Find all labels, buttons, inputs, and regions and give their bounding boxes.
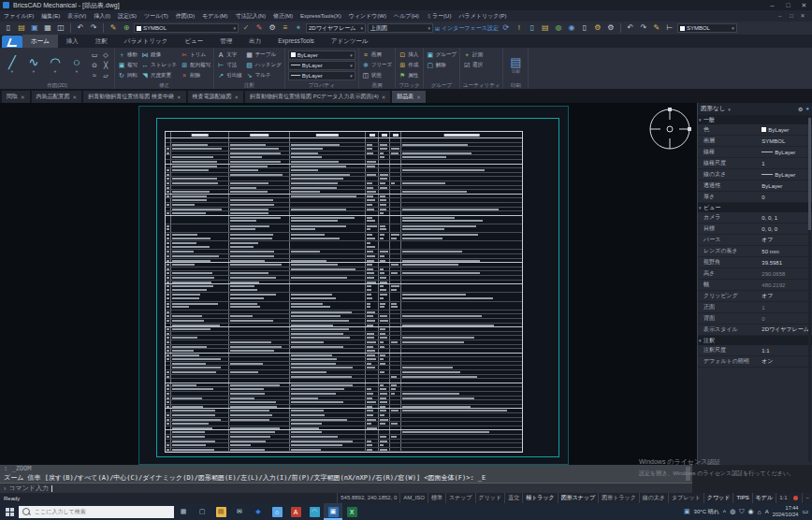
rectangle-tool[interactable]: ▭ (89, 50, 100, 60)
ribbon-tab-挿入[interactable]: 挿入 (58, 35, 87, 48)
group-create[interactable]: ▣グループ (427, 50, 457, 60)
status-toggle-直交[interactable]: 直交 (504, 493, 522, 503)
document-tab-飼育動物飼育位置情報図 PCデータ入力表示図面(4)[interactable]: 飼育動物飼育位置情報図 PCデータ入力表示図面(4)✕ (245, 91, 390, 103)
block-insert[interactable]: ⊡挿入 (399, 50, 418, 60)
match-properties-icon[interactable]: ⊕ (121, 22, 132, 34)
tray-expand-icon[interactable]: ^ (723, 509, 726, 515)
gear2-icon[interactable]: ⚙ (592, 22, 603, 34)
layer-state[interactable]: ◫状態 (362, 70, 392, 80)
status-toggle-クワッド[interactable]: クワッド (703, 493, 733, 503)
clock-widget[interactable]: 17:442024/10/24 (773, 505, 799, 518)
minimize-button[interactable]: – (764, 0, 780, 10)
menu-item-寸法記入(N)[interactable]: 寸法記入(N) (232, 10, 269, 22)
ellipse-tool[interactable]: ▱ (100, 70, 111, 80)
close-icon[interactable]: ✕ (382, 94, 386, 100)
properties-scrollbar[interactable] (808, 116, 811, 462)
property-value[interactable]: 0, 0, 1 (761, 215, 812, 221)
status-toggle-グリッド[interactable]: グリッド (475, 493, 505, 503)
property-value[interactable]: 1 (761, 161, 812, 166)
dim-icon[interactable]: ⊢ (664, 22, 675, 34)
search-input[interactable] (33, 508, 158, 515)
property-value[interactable]: 0 (761, 316, 812, 322)
props-info-icon[interactable]: ● (805, 106, 809, 112)
mirror-tool[interactable]: ⋈鏡像 (141, 50, 177, 60)
polygon-tool[interactable]: ◇ (100, 50, 111, 60)
property-value[interactable]: オフ (761, 292, 812, 300)
status-toggle-図形トラック[interactable]: 図形トラック (598, 493, 639, 503)
task-view-icon[interactable]: ▦ (174, 503, 193, 520)
hatch-tool[interactable]: ▨ハッチング (246, 60, 282, 70)
document-tab-飼育動物飼育位置情報図 検査中継[interactable]: 飼育動物飼育位置情報図 検査中継✕ (83, 91, 185, 103)
status-toggle-モデル[interactable]: モデル (752, 493, 776, 503)
menu-item-パラメトリック(P)[interactable]: パラメトリック(P) (455, 10, 510, 22)
menu-item-挿入(I)[interactable]: 挿入(I) (90, 10, 114, 22)
properties-section-ビュー[interactable]: ビュー (698, 203, 812, 212)
close-icon[interactable]: ✕ (21, 94, 25, 100)
ime-indicator[interactable]: A (765, 509, 769, 514)
lineweight-combo[interactable]: ByLayer▾ (288, 71, 355, 80)
layer-freeze[interactable]: ❄フリーズ (362, 60, 392, 70)
block-create[interactable]: ⊞作成 (399, 60, 418, 70)
measure-tool[interactable]: ⌖計測 (463, 50, 483, 60)
stamp-icon[interactable]: ◉ (566, 22, 577, 34)
circle-tool[interactable]: ○▾ (67, 51, 86, 80)
status-toggle-標準[interactable]: 標準 (428, 493, 445, 503)
settings-icon[interactable]: ⚙ (267, 22, 278, 34)
notification-center-icon[interactable]: ▭ (802, 508, 808, 515)
property-value[interactable]: オフ (761, 236, 812, 244)
arc-tool[interactable]: ◠▾ (46, 51, 65, 80)
ribbon-tab-注釈[interactable]: 注釈 (87, 35, 116, 48)
menu-item-設定(S)[interactable]: 設定(S) (114, 10, 140, 22)
close-button[interactable]: ✕ (796, 0, 812, 10)
property-value[interactable]: 1:1 (761, 348, 812, 354)
mail-icon[interactable]: ✉ (230, 503, 249, 520)
props-gear-icon[interactable]: ⚙ (798, 106, 803, 112)
file-explorer-icon[interactable]: ▤ (211, 503, 230, 520)
command-input[interactable]: › コマンド入力 (0, 483, 692, 493)
property-value[interactable]: ByLayer (761, 150, 812, 155)
menu-item-編集(E)[interactable]: 編集(E) (37, 10, 64, 22)
view-combo[interactable]: 上面図▾ (368, 23, 433, 33)
quick-select[interactable]: ☑選択 (463, 60, 483, 70)
properties-section-注釈[interactable]: 注釈 (698, 336, 812, 345)
application-button[interactable] (2, 36, 22, 48)
sheet-icon[interactable]: ▯ (579, 22, 590, 34)
mleader-tool[interactable]: ↘マルチ (246, 70, 282, 80)
property-value[interactable]: SYMBOL (761, 138, 812, 144)
block-attribute[interactable]: ⚑属性 (399, 70, 418, 80)
status-toggle-AM_ISO[interactable]: AM_ISO (399, 493, 428, 503)
group-explode[interactable]: ▢解除 (427, 60, 457, 70)
dimension-tool[interactable]: ⊢寸法 (217, 60, 242, 70)
target-icon[interactable]: ⌖ (293, 22, 304, 34)
property-value[interactable]: 39.5981 (761, 260, 812, 266)
property-value[interactable]: ByLayer (761, 127, 812, 133)
close-icon[interactable]: ✕ (235, 94, 239, 100)
ribbon-tab-出力[interactable]: 出力 (240, 35, 269, 48)
point-tool[interactable]: ⊙ (89, 60, 100, 70)
ribbon-tab-管理[interactable]: 管理 (211, 35, 240, 48)
gear3-icon[interactable]: ⚙ (605, 22, 616, 34)
plot-tool[interactable]: ▤印刷 (506, 51, 525, 80)
open-file-icon[interactable]: ▤ (16, 22, 27, 34)
rotate-tool[interactable]: ↻回転 (118, 70, 138, 80)
chevron-down-icon[interactable]: ▾ (728, 107, 731, 112)
property-value[interactable]: 0 (761, 195, 812, 200)
undo2-icon[interactable]: ↶ (625, 22, 636, 34)
ribbon-tab-パラメトリック[interactable]: パラメトリック (116, 35, 177, 48)
line-tool[interactable]: ╱▾ (3, 51, 22, 80)
linetype-combo[interactable]: ByLayer▾ (288, 61, 355, 70)
pen2-icon[interactable]: ✎ (651, 22, 662, 34)
spline-tool[interactable]: ≈ (89, 70, 100, 80)
print-icon[interactable]: ▦ (42, 22, 53, 34)
close-icon[interactable]: ✕ (177, 94, 181, 100)
excel-icon[interactable]: X (342, 503, 361, 520)
table-tool[interactable]: ▦テーブル (246, 50, 282, 60)
cloud-icon[interactable]: ◍ (553, 22, 564, 34)
layer-combo[interactable]: SYMBOL▾ (134, 23, 239, 33)
onedrive-icon[interactable]: ◍ (730, 508, 735, 515)
folder-icon[interactable]: ▤ (540, 22, 551, 34)
save-icon[interactable]: ▣ (29, 22, 40, 34)
layer-manager[interactable]: ≡画層 (362, 50, 392, 60)
warning-icon[interactable]: ! (514, 22, 525, 34)
text-tool[interactable]: A文字 (217, 50, 242, 60)
